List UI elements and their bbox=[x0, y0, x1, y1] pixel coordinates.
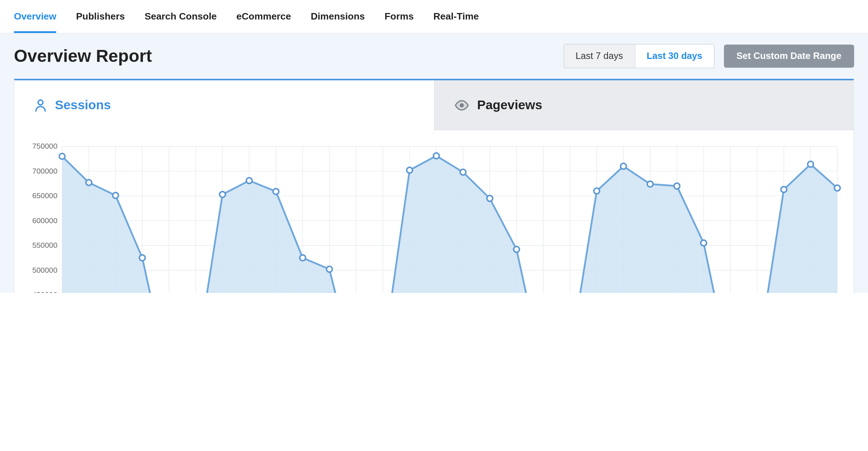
svg-point-82 bbox=[808, 161, 813, 167]
svg-point-70 bbox=[487, 196, 493, 201]
svg-text:700000: 700000 bbox=[32, 167, 58, 175]
page-body: Overview Report Last 7 days Last 30 days… bbox=[0, 34, 868, 293]
tab-real-time[interactable]: Real-Time bbox=[433, 0, 479, 33]
svg-point-83 bbox=[834, 185, 840, 191]
svg-point-61 bbox=[246, 178, 252, 183]
tab-ecommerce[interactable]: eCommerce bbox=[237, 0, 291, 33]
tab-forms[interactable]: Forms bbox=[384, 0, 414, 33]
svg-point-74 bbox=[594, 188, 600, 194]
page-title: Overview Report bbox=[14, 46, 152, 66]
user-icon bbox=[34, 98, 47, 112]
tab-publishers[interactable]: Publishers bbox=[76, 0, 125, 33]
svg-text:550000: 550000 bbox=[32, 241, 58, 249]
svg-point-78 bbox=[701, 240, 706, 246]
svg-point-67 bbox=[407, 167, 412, 173]
eye-icon bbox=[454, 99, 469, 111]
svg-point-54 bbox=[59, 153, 65, 159]
metric-tab-pageviews[interactable]: Pageviews bbox=[434, 80, 854, 130]
svg-point-76 bbox=[647, 181, 653, 187]
svg-point-68 bbox=[433, 153, 439, 159]
svg-point-63 bbox=[300, 255, 306, 261]
chart-container: 2500003000003500004000004500005000005500… bbox=[14, 130, 854, 293]
svg-point-62 bbox=[273, 188, 279, 194]
tab-search-console[interactable]: Search Console bbox=[145, 0, 217, 33]
svg-point-69 bbox=[460, 169, 466, 175]
svg-point-57 bbox=[139, 255, 145, 261]
svg-text:450000: 450000 bbox=[32, 290, 58, 293]
range-30-button[interactable]: Last 30 days bbox=[635, 44, 714, 68]
svg-point-60 bbox=[220, 192, 225, 197]
range-7-button[interactable]: Last 7 days bbox=[564, 44, 635, 68]
metric-tabs: Sessions Pageviews bbox=[14, 80, 854, 130]
overview-panel: Sessions Pageviews 250000300000350000400… bbox=[14, 79, 854, 293]
svg-text:750000: 750000 bbox=[32, 142, 58, 150]
svg-point-55 bbox=[86, 180, 92, 186]
svg-point-77 bbox=[674, 183, 680, 189]
metric-tab-pageviews-label: Pageviews bbox=[477, 98, 542, 113]
svg-point-71 bbox=[514, 247, 519, 252]
svg-point-1 bbox=[459, 103, 464, 107]
custom-date-button[interactable]: Set Custom Date Range bbox=[724, 44, 854, 68]
svg-point-64 bbox=[327, 266, 332, 272]
metric-tab-sessions[interactable]: Sessions bbox=[14, 80, 434, 130]
top-tabs: Overview Publishers Search Console eComm… bbox=[0, 0, 868, 34]
svg-point-0 bbox=[38, 100, 43, 105]
tab-dimensions[interactable]: Dimensions bbox=[311, 0, 365, 33]
svg-point-56 bbox=[112, 192, 118, 198]
svg-text:650000: 650000 bbox=[32, 191, 58, 200]
header-row: Overview Report Last 7 days Last 30 days… bbox=[14, 44, 854, 68]
svg-point-81 bbox=[781, 187, 787, 192]
metric-tab-sessions-label: Sessions bbox=[55, 98, 111, 113]
sessions-chart: 2500003000003500004000004500005000005500… bbox=[21, 141, 847, 293]
svg-text:600000: 600000 bbox=[32, 216, 58, 225]
svg-point-75 bbox=[621, 163, 626, 169]
header-controls: Last 7 days Last 30 days Set Custom Date… bbox=[563, 44, 854, 68]
svg-text:500000: 500000 bbox=[32, 266, 58, 274]
date-range-toggle: Last 7 days Last 30 days bbox=[563, 44, 714, 68]
tab-overview[interactable]: Overview bbox=[14, 0, 56, 33]
